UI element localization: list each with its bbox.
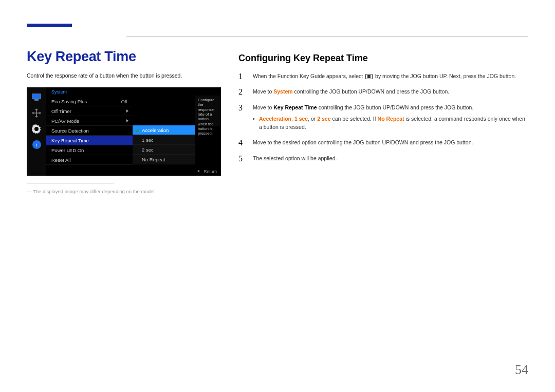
- step-1: When the Function Key Guide appears, sel…: [238, 72, 528, 80]
- step-text: , or: [308, 116, 317, 122]
- osd-submenu: Acceleration 1 sec 2 sec No Repeat: [133, 125, 195, 164]
- move-icon: [32, 108, 41, 118]
- sub-bullet-list: Acceleration, 1 sec, or 2 sec can be sel…: [253, 115, 528, 132]
- osd-item-label: Off Timer: [51, 108, 71, 114]
- osd-item-label: Key Repeat Time: [51, 138, 89, 143]
- triangle-left-icon: [197, 170, 199, 173]
- right-column: Configuring Key Repeat Time When the Fun…: [238, 33, 528, 194]
- osd-screenshot: i System Eco Saving PlusOff Off Timer PC…: [27, 87, 221, 176]
- menu-icon: [365, 74, 373, 79]
- osd-item-keyrepeat: Key Repeat Time: [46, 136, 133, 145]
- step-2: Move to System controlling the JOG butto…: [238, 87, 528, 96]
- step-3: Move to Key Repeat Time controlling the …: [238, 103, 528, 132]
- osd-sub-item-1sec: 1 sec: [133, 135, 195, 145]
- osd-footer: Return: [46, 168, 221, 176]
- osd-sidebar: i: [27, 87, 46, 176]
- osd-item-source: Source Detection: [46, 126, 133, 136]
- osd-sub-label: Acceleration: [142, 127, 169, 133]
- section-subtitle: Configuring Key Repeat Time: [238, 53, 528, 64]
- step-text: Move to: [253, 88, 273, 95]
- page-number: 54: [515, 362, 528, 378]
- osd-item-label: PC/AV Mode: [51, 118, 79, 124]
- header-divider: [126, 36, 528, 37]
- osd-sub-item-accel: Acceleration: [133, 125, 195, 135]
- osd-item-powerled: Power LED On: [46, 145, 133, 155]
- step-text: controlling the JOG button UP/DOWN and p…: [293, 88, 450, 95]
- osd-item-label: Eco Saving Plus: [51, 99, 87, 104]
- check-icon: [135, 127, 140, 133]
- osd-item-offtimer: Off Timer: [46, 106, 133, 116]
- header-accent-bar: [27, 24, 72, 27]
- keyword-norepeat: No Repeat: [378, 116, 404, 122]
- osd-item-value: Off: [121, 97, 128, 106]
- keyword-1sec: 1 sec: [294, 116, 308, 122]
- step-text: by moving the JOG button UP. Next, press…: [374, 73, 516, 79]
- chevron-right-icon: [126, 109, 128, 113]
- monitor-icon: [32, 92, 41, 102]
- osd-item-pcav: PC/AV Mode: [46, 116, 133, 126]
- section-description: Control the response rate of a button wh…: [27, 72, 221, 80]
- step-text: When the Function Key Guide appears, sel…: [253, 73, 364, 79]
- osd-desc-box: Configure the response rate of a button …: [195, 96, 221, 126]
- osd-footer-label: Return: [203, 169, 217, 174]
- info-icon: i: [32, 140, 41, 149]
- osd-menu: Eco Saving PlusOff Off Timer PC/AV Mode …: [46, 97, 133, 165]
- svg-rect-1: [34, 99, 38, 100]
- osd-item-label: Source Detection: [51, 128, 89, 134]
- step-text: can be selected. If: [331, 116, 378, 122]
- keyword-system: System: [273, 88, 292, 95]
- osd-header: System: [46, 87, 221, 96]
- gear-icon: [32, 124, 41, 134]
- page-title: Key Repeat Time: [27, 49, 221, 65]
- osd-item-eco: Eco Saving PlusOff: [46, 97, 133, 106]
- left-column: Key Repeat Time Control the response rat…: [27, 33, 221, 194]
- sub-bullet: Acceleration, 1 sec, or 2 sec can be sel…: [253, 115, 528, 132]
- osd-sub-item-2sec: 2 sec: [133, 145, 195, 155]
- osd-item-label: Power LED On: [51, 147, 84, 153]
- footnote-text: The displayed image may differ depending…: [27, 189, 221, 194]
- osd-sub-item-norepeat: No Repeat: [133, 155, 195, 164]
- keyword-accel: Acceleration: [259, 116, 291, 122]
- step-4: Move to the desired option controlling t…: [238, 138, 528, 146]
- osd-item-label: Reset All: [51, 157, 71, 163]
- chevron-right-icon: [126, 119, 128, 122]
- footnote-divider: [27, 183, 114, 183]
- keyword-2sec: 2 sec: [317, 116, 330, 122]
- step-list: When the Function Key Guide appears, sel…: [238, 72, 528, 162]
- step-text: controlling the JOG button UP/DOWN and p…: [317, 104, 474, 110]
- step-5: The selected option will be applied.: [238, 154, 528, 162]
- osd-item-resetall: Reset All: [46, 155, 133, 165]
- keyword-keyrepeat: Key Repeat Time: [273, 104, 317, 110]
- svg-rect-0: [32, 94, 41, 99]
- step-text: Move to: [253, 104, 273, 110]
